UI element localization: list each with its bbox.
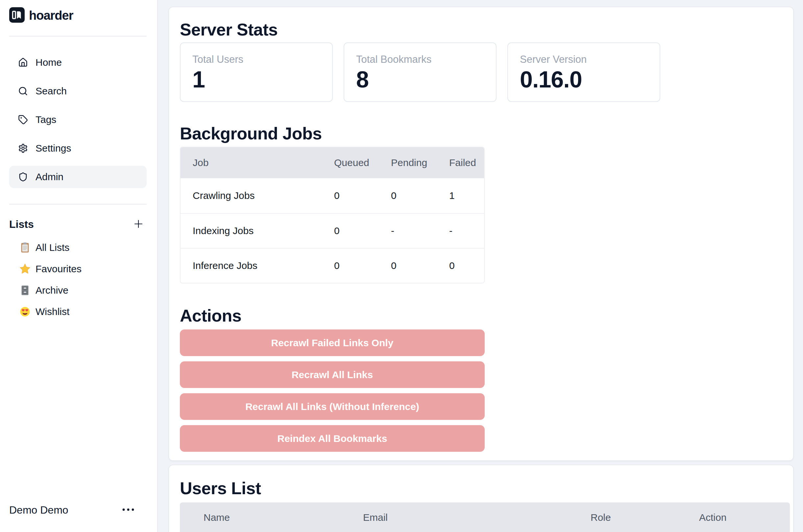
stat-value: 8	[356, 68, 484, 91]
cell-pending: 0	[391, 260, 449, 271]
cell-failed: 1	[449, 190, 484, 201]
cell-job: Crawling Jobs	[180, 190, 334, 201]
user-name: Demo Demo	[9, 504, 69, 516]
stat-value: 0.16.0	[520, 68, 648, 91]
column-header-queued: Queued	[334, 157, 391, 168]
list-item-label: Wishlist	[36, 306, 70, 317]
column-header-name: Name	[204, 512, 230, 523]
file-cabinet-emoji-icon	[19, 284, 31, 296]
sidebar-item-label: Home	[36, 57, 62, 68]
cell-job: Indexing Jobs	[180, 225, 334, 236]
list-item-archive[interactable]: Archive	[9, 282, 147, 299]
column-header-job: Job	[180, 157, 334, 168]
stat-card-server-version: Server Version 0.16.0	[508, 42, 660, 102]
recrawl-failed-links-button[interactable]: Recrawl Failed Links Only	[180, 329, 485, 356]
sidebar-item-tags[interactable]: Tags	[9, 109, 147, 131]
add-list-button[interactable]	[132, 218, 145, 230]
lists-items: All Lists Favourites Archive Wishlist	[9, 240, 147, 325]
star-emoji-icon	[19, 263, 31, 275]
sidebar-item-settings[interactable]: Settings	[9, 137, 147, 159]
clipboard-emoji-icon	[19, 242, 31, 253]
cell-pending: -	[391, 225, 449, 236]
column-header-pending: Pending	[391, 157, 449, 168]
column-header-failed: Failed	[449, 157, 484, 168]
actions-title: Actions	[180, 307, 241, 324]
column-header-email: Email	[363, 512, 388, 523]
heart-eyes-emoji-icon	[19, 306, 31, 318]
stat-label: Server Version	[520, 54, 648, 65]
lists-header: Lists	[9, 217, 147, 232]
cell-queued: 0	[334, 190, 391, 201]
sidebar-item-admin[interactable]: Admin	[9, 166, 147, 188]
users-table-header: Name Email Role Action	[180, 502, 790, 532]
admin-panel: Server Stats Total Users 1 Total Bookmar…	[168, 6, 794, 461]
list-item-label: All Lists	[36, 242, 70, 253]
hoarder-logo[interactable]: hoarder	[9, 7, 73, 24]
list-item-label: Favourites	[36, 263, 81, 274]
gear-icon	[18, 144, 28, 153]
background-jobs-title: Background Jobs	[180, 125, 322, 142]
server-stats-cards: Total Users 1 Total Bookmarks 8 Server V…	[180, 42, 660, 102]
sidebar-nav: Home Search Tags Settings Admin	[9, 51, 147, 194]
cell-failed: 0	[449, 260, 484, 271]
stat-label: Total Users	[192, 54, 320, 65]
cell-failed: -	[449, 225, 484, 236]
table-row-crawling-jobs: Crawling Jobs 0 0 1	[180, 178, 484, 213]
shield-icon	[18, 172, 28, 182]
cell-queued: 0	[334, 225, 391, 236]
column-header-action: Action	[699, 512, 726, 523]
user-menu[interactable]: Demo Demo	[9, 500, 147, 519]
list-item-all-lists[interactable]: All Lists	[9, 240, 147, 256]
sidebar-item-label: Tags	[36, 114, 56, 125]
list-item-wishlist[interactable]: Wishlist	[9, 303, 147, 320]
users-list-panel: Users List Name Email Role Action	[168, 464, 794, 532]
search-icon	[18, 86, 28, 96]
hoarder-logo-icon	[9, 7, 25, 24]
admin-actions: Recrawl Failed Links Only Recrawl All Li…	[180, 329, 485, 452]
sidebar: hoarder Home Search Tags Settings	[0, 0, 158, 532]
reindex-all-bookmarks-button[interactable]: Reindex All Bookmarks	[180, 425, 485, 452]
stat-label: Total Bookmarks	[356, 54, 484, 65]
recrawl-all-links-button[interactable]: Recrawl All Links	[180, 361, 485, 388]
background-jobs-table: Job Queued Pending Failed Crawling Jobs …	[180, 147, 485, 283]
sidebar-item-search[interactable]: Search	[9, 80, 147, 102]
sidebar-item-label: Settings	[36, 143, 71, 154]
sidebar-divider-bottom	[9, 204, 147, 205]
users-list-title: Users List	[180, 480, 261, 497]
table-row-indexing-jobs: Indexing Jobs 0 - -	[180, 213, 484, 248]
user-options-button[interactable]	[122, 504, 135, 516]
brand-name: hoarder	[29, 8, 73, 23]
stat-value: 1	[192, 68, 320, 91]
sidebar-divider-top	[9, 36, 147, 37]
column-header-role: Role	[591, 512, 611, 523]
sidebar-item-label: Admin	[36, 171, 63, 183]
cell-job: Inference Jobs	[180, 260, 334, 271]
tag-icon	[18, 115, 28, 125]
cell-pending: 0	[391, 190, 449, 201]
list-item-favourites[interactable]: Favourites	[9, 261, 147, 277]
plus-icon	[132, 218, 145, 230]
home-icon	[18, 58, 28, 68]
stat-card-total-bookmarks: Total Bookmarks 8	[344, 42, 497, 102]
stat-card-total-users: Total Users 1	[180, 42, 333, 102]
recrawl-all-links-without-inference-button[interactable]: Recrawl All Links (Without Inference)	[180, 393, 485, 420]
sidebar-item-label: Search	[36, 86, 67, 97]
lists-title: Lists	[9, 218, 34, 230]
main-content: Server Stats Total Users 1 Total Bookmar…	[158, 0, 803, 532]
sidebar-item-home[interactable]: Home	[9, 51, 147, 74]
list-item-label: Archive	[36, 285, 69, 296]
ellipsis-icon	[122, 504, 135, 516]
cell-queued: 0	[334, 260, 391, 271]
table-row-inference-jobs: Inference Jobs 0 0 0	[180, 248, 484, 283]
server-stats-title: Server Stats	[180, 21, 278, 38]
jobs-table-header: Job Queued Pending Failed	[180, 147, 484, 178]
